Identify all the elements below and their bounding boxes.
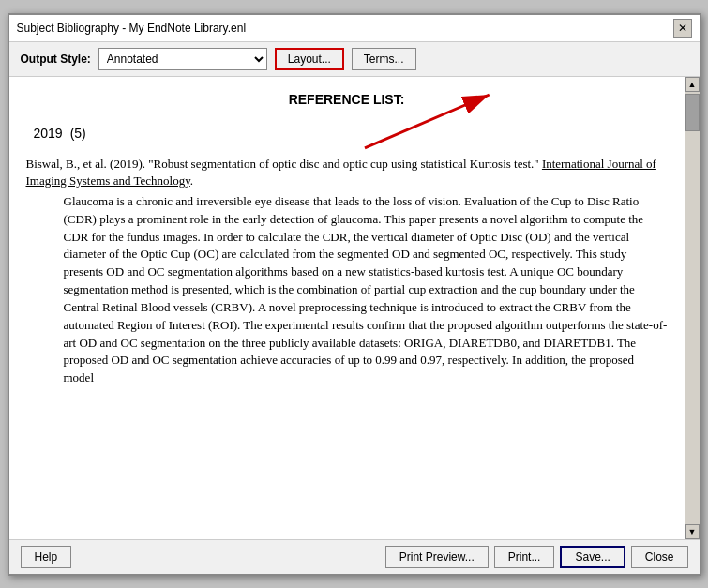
scroll-up-arrow[interactable]: ▲	[685, 77, 700, 92]
terms-button[interactable]: Terms...	[352, 48, 416, 70]
year-count: (5)	[70, 126, 86, 141]
citation-end: .	[190, 173, 193, 188]
output-style-select[interactable]: Annotated	[98, 48, 267, 70]
content-scroll[interactable]: REFERENCE LIST: 2019(5) Biswal, B., et a…	[9, 77, 685, 539]
print-button[interactable]: Print...	[494, 546, 555, 568]
ref-list-title: REFERENCE LIST:	[26, 92, 668, 107]
annotation-text: Glaucoma is a chronic and irreversible e…	[64, 193, 668, 387]
close-window-button[interactable]: ✕	[673, 19, 692, 38]
footer: Help Print Preview... Print... Save... C…	[9, 539, 700, 574]
footer-left: Help	[21, 546, 72, 568]
save-button[interactable]: Save...	[560, 546, 625, 568]
reference-entry: Biswal, B., et al. (2019). "Robust segme…	[26, 156, 668, 388]
scroll-thumb[interactable]	[685, 94, 700, 131]
title-bar: Subject Bibliography - My EndNote Librar…	[9, 15, 700, 42]
year-heading: 2019(5)	[26, 126, 668, 141]
scroll-down-arrow[interactable]: ▼	[685, 524, 700, 539]
output-style-label: Output Style:	[21, 53, 91, 66]
main-window: Subject Bibliography - My EndNote Librar…	[8, 13, 701, 576]
content-area: REFERENCE LIST: 2019(5) Biswal, B., et a…	[9, 77, 700, 539]
layout-button[interactable]: Layout...	[275, 48, 344, 70]
toolbar: Output Style: Annotated Layout... Terms.…	[9, 42, 700, 77]
help-button[interactable]: Help	[21, 546, 72, 568]
year-value: 2019	[34, 126, 63, 141]
print-preview-button[interactable]: Print Preview...	[385, 546, 489, 568]
vertical-scrollbar[interactable]: ▲ ▼	[685, 77, 700, 539]
window-title: Subject Bibliography - My EndNote Librar…	[17, 22, 247, 35]
citation-authors: Biswal, B., et al. (2019). "Robust segme…	[26, 157, 539, 171]
footer-right: Print Preview... Print... Save... Close	[385, 546, 688, 568]
citation-text: Biswal, B., et al. (2019). "Robust segme…	[26, 156, 668, 189]
close-button[interactable]: Close	[631, 546, 688, 568]
